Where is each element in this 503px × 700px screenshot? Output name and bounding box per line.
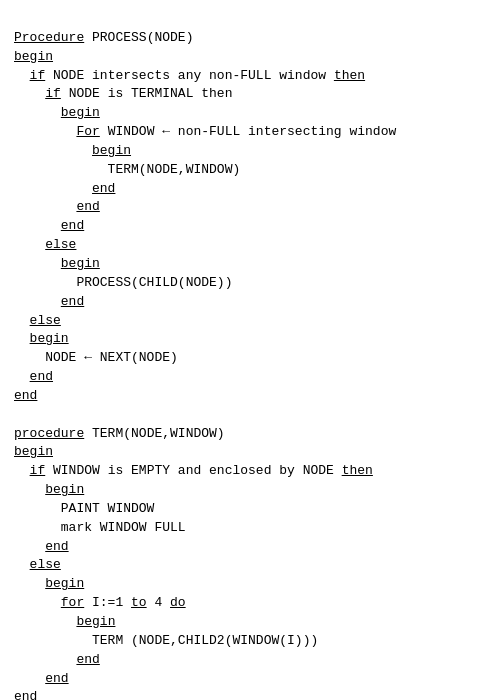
line-3: if NODE intersects any non-FULL window t…	[14, 68, 365, 83]
line-23: begin	[14, 444, 53, 459]
line-28: end	[14, 539, 69, 554]
line-35: end	[14, 671, 69, 686]
keyword-begin-1: begin	[14, 49, 53, 64]
code-display: Procedure PROCESS(NODE) begin if NODE in…	[14, 10, 489, 700]
keyword-begin-5: begin	[30, 331, 69, 346]
keyword-end-1: end	[92, 181, 115, 196]
keyword-begin-3: begin	[92, 143, 131, 158]
keyword-end-2: end	[76, 199, 99, 214]
line-10: end	[14, 199, 100, 214]
line-9: end	[14, 181, 115, 196]
line-11: end	[14, 218, 84, 233]
keyword-end-4: end	[61, 294, 84, 309]
line-17: begin	[14, 331, 69, 346]
line-14: PROCESS(CHILD(NODE))	[14, 275, 232, 290]
keyword-if-3: if	[30, 463, 46, 478]
line-22: procedure TERM(NODE,WINDOW)	[14, 426, 225, 441]
line-4: if NODE is TERMINAL then	[14, 86, 232, 101]
line-7: begin	[14, 143, 131, 158]
keyword-begin-9: begin	[76, 614, 115, 629]
line-2: begin	[14, 49, 53, 64]
keyword-begin-6: begin	[14, 444, 53, 459]
keyword-to: to	[131, 595, 147, 610]
line-30: begin	[14, 576, 84, 591]
line-12: else	[14, 237, 76, 252]
keyword-else-2: else	[30, 313, 61, 328]
keyword-else-3: else	[30, 557, 61, 572]
keyword-end-9: end	[45, 671, 68, 686]
line-27: mark WINDOW FULL	[14, 520, 186, 535]
keyword-end-3: end	[61, 218, 84, 233]
line-33: TERM (NODE,CHILD2(WINDOW(I)))	[14, 633, 318, 648]
line-13: begin	[14, 256, 100, 271]
line-18: NODE ← NEXT(NODE)	[14, 350, 178, 365]
keyword-then-2: then	[342, 463, 373, 478]
line-8: TERM(NODE,WINDOW)	[14, 162, 240, 177]
keyword-end-6: end	[14, 388, 37, 403]
line-5: begin	[14, 105, 100, 120]
line-16: else	[14, 313, 61, 328]
keyword-begin-8: begin	[45, 576, 84, 591]
line-6: For WINDOW ← non-FULL intersecting windo…	[14, 124, 396, 139]
line-26: PAINT WINDOW	[14, 501, 154, 516]
line-32: begin	[14, 614, 115, 629]
keyword-end-7: end	[45, 539, 68, 554]
line-29: else	[14, 557, 61, 572]
keyword-end-5: end	[30, 369, 53, 384]
keyword-end-10: end	[14, 689, 37, 700]
keyword-begin-7: begin	[45, 482, 84, 497]
keyword-end-8: end	[76, 652, 99, 667]
keyword-do: do	[170, 595, 186, 610]
line-15: end	[14, 294, 84, 309]
keyword-else-1: else	[45, 237, 76, 252]
keyword-procedure: Procedure	[14, 30, 84, 45]
keyword-if-1: if	[30, 68, 46, 83]
line-20: end	[14, 388, 37, 403]
line-36: end	[14, 689, 37, 700]
keyword-begin-4: begin	[61, 256, 100, 271]
line-19: end	[14, 369, 53, 384]
keyword-then-1: then	[334, 68, 365, 83]
keyword-procedure-2: procedure	[14, 426, 84, 441]
keyword-for-1: For	[76, 124, 99, 139]
line-31: for I:=1 to 4 do	[14, 595, 186, 610]
line-25: begin	[14, 482, 84, 497]
line-1: Procedure PROCESS(NODE)	[14, 30, 193, 45]
keyword-for-2: for	[61, 595, 84, 610]
line-24: if WINDOW is EMPTY and enclosed by NODE …	[14, 463, 373, 478]
keyword-if-2: if	[45, 86, 61, 101]
line-34: end	[14, 652, 100, 667]
keyword-begin-2: begin	[61, 105, 100, 120]
